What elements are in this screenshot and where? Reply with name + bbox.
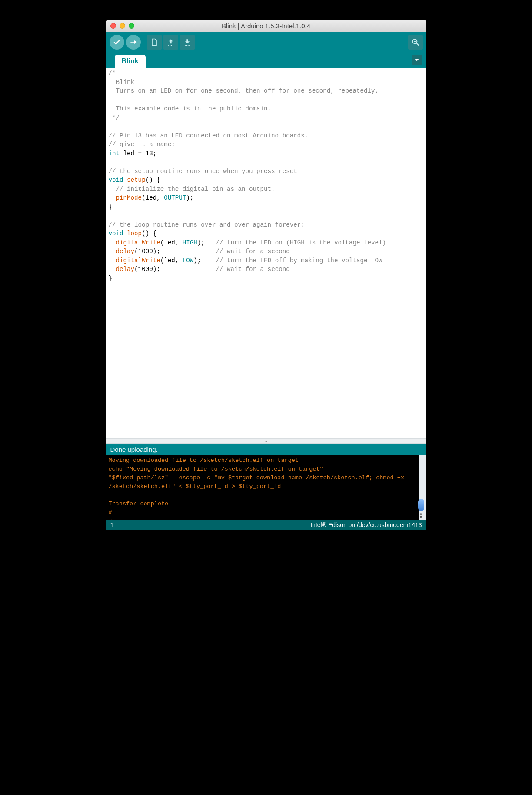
code-token: // wait for a second	[216, 266, 289, 273]
zoom-icon[interactable]	[129, 23, 134, 29]
magnifier-icon	[411, 38, 420, 47]
code-token: delay	[116, 266, 135, 273]
scrollbar-arrows[interactable]: ▲▼	[418, 512, 425, 520]
code-token: void	[109, 230, 123, 237]
svg-point-2	[414, 41, 415, 42]
console-scrollbar[interactable]: ▲▼	[419, 455, 426, 520]
editor-pane: /* Blink Turns on an LED on for one seco…	[106, 68, 426, 444]
code-token: () {	[146, 177, 160, 184]
code-line	[109, 97, 113, 104]
code-line: }	[109, 275, 113, 282]
code-token: // turn the LED on (HIGH is the voltage …	[216, 239, 386, 246]
code-line: // Pin 13 has an LED connected on most A…	[109, 132, 309, 139]
code-token	[123, 177, 127, 184]
sketch-tab[interactable]: Blink	[115, 55, 146, 68]
check-icon	[113, 38, 121, 47]
status-bar: Done uploading.	[106, 444, 426, 455]
code-line: Turns on an LED on for one second, then …	[109, 87, 379, 94]
code-line: // the loop routine runs over and over a…	[109, 221, 305, 228]
code-token	[109, 248, 116, 255]
code-token: (1000);	[134, 266, 216, 273]
code-token: );	[193, 257, 216, 264]
arrow-down-icon	[183, 38, 192, 47]
code-token: (led,	[142, 194, 164, 201]
minimize-icon[interactable]	[120, 23, 125, 29]
console-output[interactable]: Moving downloaded file to /sketch/sketch…	[106, 455, 426, 520]
board-port-label: Intel® Edison on /dev/cu.usbmodem1413	[310, 521, 422, 528]
code-token: setup	[127, 177, 146, 184]
code-token: int	[109, 150, 120, 157]
window-title: Blink | Arduino 1.5.3-Intel.1.0.4	[106, 22, 426, 30]
code-line: /*	[109, 70, 116, 77]
code-line: This example code is in the public domai…	[109, 105, 272, 112]
code-token: // wait for a second	[216, 248, 289, 255]
code-line: }	[109, 204, 113, 210]
pane-resize-handle[interactable]: ▴	[106, 438, 426, 444]
verify-button[interactable]	[110, 35, 124, 50]
chevron-down-icon	[414, 57, 419, 63]
code-token: HIGH	[183, 239, 197, 246]
console-line: Transfer complete	[109, 501, 169, 507]
code-token: // turn the LED off by making the voltag…	[216, 257, 382, 264]
console-line: Moving downloaded file to /sketch/sketch…	[109, 457, 299, 464]
tab-bar: Blink	[106, 52, 426, 68]
code-token: (1000);	[134, 248, 216, 255]
arduino-ide-window: Blink | Arduino 1.5.3-Intel.1.0.4	[106, 20, 426, 530]
new-sketch-button[interactable]	[147, 35, 162, 50]
code-token: OUTPUT	[164, 194, 186, 201]
code-token: () {	[142, 230, 156, 237]
traffic-lights	[106, 23, 134, 29]
code-editor[interactable]: /* Blink Turns on an LED on for one seco…	[106, 68, 426, 438]
open-sketch-button[interactable]	[163, 35, 178, 50]
toolbar	[106, 32, 426, 52]
console-line: #	[109, 518, 112, 520]
scrollbar-thumb[interactable]	[418, 499, 424, 511]
svg-line-1	[416, 43, 419, 46]
code-line: // initialize the digital pin as an outp…	[109, 186, 275, 193]
tab-menu-button[interactable]	[412, 55, 422, 65]
status-message: Done uploading.	[110, 446, 158, 453]
file-icon	[150, 38, 159, 47]
arrow-up-icon	[166, 38, 175, 47]
arrow-right-icon	[129, 38, 138, 47]
code-line: */	[109, 114, 120, 121]
console-line: echo "Moving downloaded file to /sketch/…	[109, 466, 323, 472]
code-token	[109, 239, 116, 246]
titlebar: Blink | Arduino 1.5.3-Intel.1.0.4	[106, 20, 426, 32]
code-token: delay	[116, 248, 135, 255]
code-token: led = 13;	[120, 150, 156, 157]
code-token: loop	[127, 230, 142, 237]
code-token: pinMode	[116, 194, 142, 201]
code-token	[109, 194, 116, 201]
serial-monitor-button[interactable]	[408, 35, 423, 50]
code-token: digitalWrite	[116, 239, 160, 246]
code-token: );	[186, 194, 193, 201]
code-token: (led,	[160, 257, 183, 264]
console-line: "$fixed_path/lsz" --escape -c "mv $targe…	[109, 474, 408, 490]
code-line: Blink	[109, 79, 135, 86]
close-icon[interactable]	[110, 23, 116, 29]
code-token: void	[109, 177, 123, 184]
code-token	[109, 257, 116, 264]
code-token	[123, 230, 127, 237]
code-line: // the setup routine runs once when you …	[109, 168, 301, 175]
bottom-bar: 1 Intel® Edison on /dev/cu.usbmodem1413	[106, 520, 426, 530]
code-token: );	[197, 239, 216, 246]
code-line: // give it a name:	[109, 141, 175, 148]
upload-button[interactable]	[126, 35, 141, 50]
code-token: digitalWrite	[116, 257, 160, 264]
line-number: 1	[110, 521, 114, 528]
save-sketch-button[interactable]	[180, 35, 195, 50]
code-token	[109, 266, 116, 273]
console-line: #	[109, 509, 112, 516]
code-token: (led,	[160, 239, 183, 246]
code-token: LOW	[183, 257, 194, 264]
